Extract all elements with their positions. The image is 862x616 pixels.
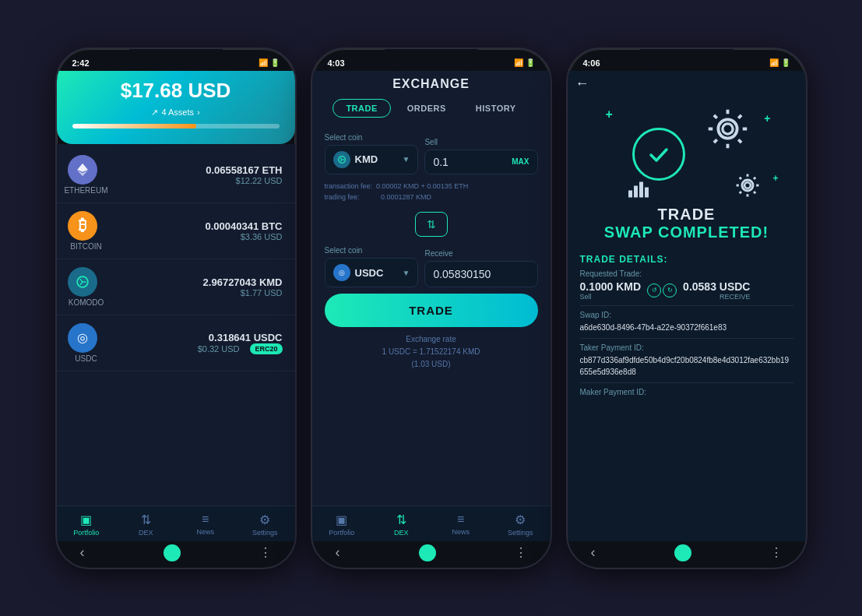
svg-marker-0 [77, 163, 88, 171]
select-coin-label: Select coin [325, 133, 419, 142]
trade-complete-screen: ← + [568, 71, 806, 568]
eth-crypto: 0.06558167 ETH [111, 164, 283, 176]
svg-point-5 [722, 123, 732, 133]
time-1: 2:42 [72, 58, 90, 68]
svg-rect-11 [645, 187, 649, 197]
nav-news-1[interactable]: ≡ News [190, 512, 221, 536]
exchange-title: EXCHANGE [328, 77, 535, 91]
news-icon: ≡ [202, 512, 209, 526]
select-coin-label-2: Select coin [325, 246, 419, 255]
assets-link[interactable]: ↗ 4 Assets › [72, 107, 280, 118]
btc-icon: ₿ [68, 211, 97, 241]
kmd-mini-icon [333, 151, 350, 168]
btc-amounts: 0.00040341 BTC $3.36 USD [111, 220, 283, 241]
status-icons-1: 📶 🔋 [259, 58, 280, 67]
phone-portfolio: 2:42 📶 🔋 $17.68 USD ↗ 4 Assets › [55, 48, 297, 569]
swap-id-value: a6de630d-8496-47b4-a22e-90372f661e83 [580, 322, 793, 333]
settings-icon: ⚙ [259, 512, 270, 527]
home-circle-3[interactable] [674, 544, 691, 561]
time-3: 4:06 [583, 58, 600, 68]
dex-icon: ⇅ [141, 512, 151, 527]
plus-icon-tr: + [764, 112, 770, 125]
back-arrow-3[interactable]: ← [575, 76, 589, 92]
nav-news-2[interactable]: ≡ News [445, 512, 477, 536]
kmd-crypto: 2.96727043 KMD [111, 276, 283, 288]
back-btn-2[interactable]: ‹ [336, 544, 340, 561]
portfolio-header: $17.68 USD ↗ 4 Assets › [57, 71, 295, 144]
nav-portfolio-2[interactable]: ▣ Portfolio [326, 512, 357, 537]
taker-payment-id: cb877d336af9dfde50b4d9cf20b0824fb8e4d301… [580, 354, 793, 378]
nav-settings-1[interactable]: ⚙ Settings [249, 512, 280, 537]
nav-portfolio-1[interactable]: ▣ Portfolio [71, 512, 102, 537]
trade-button[interactable]: TRADE [325, 294, 538, 327]
usdc-arrow: ▼ [403, 269, 410, 277]
btc-usd: $3.36 USD [111, 232, 283, 241]
list-item[interactable]: KOMODO 2.96727043 KMD $1.77 USD [57, 259, 295, 315]
portfolio-screen: $17.68 USD ↗ 4 Assets › ETH [57, 71, 295, 568]
home-circle-1[interactable] [164, 544, 181, 561]
usdc-crypto: 0.318641 USDC [111, 332, 283, 343]
kmd-icon [68, 267, 97, 297]
trade-complete-title: TRADE SWAP COMPLETED! [568, 206, 806, 248]
usdc-usd: $0.32 USD [198, 344, 240, 354]
sell-input: 0.1 MAX [424, 150, 537, 174]
status-icons-2: 📶 🔋 [514, 58, 535, 67]
trade-details: TRADE DETAILS: Requested Trade: 0.1000 K… [568, 248, 806, 533]
portfolio-amount: $17.68 USD [72, 79, 280, 103]
kmd-arrow: ▼ [403, 155, 410, 164]
portfolio-icon-2: ▣ [336, 512, 347, 527]
tab-history[interactable]: HISTORY [463, 99, 530, 118]
svg-rect-9 [634, 185, 638, 197]
top-bar-3: ← [568, 71, 806, 97]
receive-input: 0.05830150 [424, 261, 537, 287]
home-lines-1[interactable]: ⋮ [259, 545, 272, 560]
sell-sub-label: Sell [580, 293, 642, 301]
nav-dex-1[interactable]: ⇅ DEX [130, 512, 161, 537]
swap-direction-button[interactable]: ⇅ [415, 212, 448, 237]
svg-point-4 [718, 119, 737, 138]
sell-label: Sell [424, 138, 537, 146]
tab-trade[interactable]: TRADE [332, 99, 390, 118]
home-lines-3[interactable]: ⋮ [770, 545, 783, 560]
erc20-badge: ERC20 [250, 343, 282, 354]
swap-direction-center: ⇅ [325, 209, 538, 240]
portfolio-icon: ▣ [80, 512, 92, 527]
svg-point-7 [744, 182, 751, 188]
swap-completed: SWAP COMPLETED! [580, 224, 793, 241]
news-icon-2: ≡ [457, 512, 464, 526]
back-btn-1[interactable]: ‹ [80, 544, 85, 561]
requested-trade-label: Requested Trade: [580, 269, 793, 278]
list-item[interactable]: ◎ USDC 0.318641 USDC $0.32 USD ERC20 [57, 315, 295, 371]
time-2: 4:03 [328, 58, 345, 68]
status-icons-3: 📶 🔋 [769, 58, 790, 67]
tab-orders[interactable]: ORDERS [394, 99, 459, 118]
usdc-selector[interactable]: ◎ USDC ▼ [325, 258, 419, 287]
check-circle [632, 128, 685, 181]
home-circle-2[interactable] [419, 544, 436, 561]
receive-label: Receive [424, 249, 537, 258]
list-item[interactable]: ₿ BITCOIN 0.00040341 BTC $3.36 USD [57, 203, 295, 259]
nav-dex-2[interactable]: ⇅ DEX [385, 512, 417, 537]
eth-usd: $12.22 USD [111, 176, 283, 185]
portfolio-progress [72, 124, 280, 128]
max-button[interactable]: MAX [512, 157, 529, 166]
bottom-nav-1: ▣ Portfolio ⇅ DEX ≡ News ⚙ Settings [57, 505, 295, 541]
phones-container: 2:42 📶 🔋 $17.68 USD ↗ 4 Assets › [55, 48, 807, 569]
home-bar-1: ‹ ⋮ [57, 541, 295, 568]
phone-exchange: 4:03 📶 🔋 EXCHANGE TRADE ORDERS HISTORY S [311, 48, 552, 569]
trade-details-heading: TRADE DETAILS: [580, 254, 793, 265]
svg-rect-10 [639, 181, 643, 197]
trade-complete-graphic: + [568, 97, 806, 206]
nav-settings-2[interactable]: ⚙ Settings [505, 512, 536, 537]
eth-label: ETHEREUM [64, 186, 107, 195]
home-lines-2[interactable]: ⋮ [515, 545, 527, 560]
usdc-icon: ◎ [68, 323, 97, 353]
detail-divider-1 [580, 305, 793, 306]
back-btn-3[interactable]: ‹ [591, 544, 596, 561]
sell-row: Select coin KMD ▼ Sell 0.1 [325, 133, 538, 174]
list-item[interactable]: ETHEREUM 0.06558167 ETH $12.22 USD [57, 147, 295, 203]
btc-label: BITCOIN [70, 242, 102, 251]
gear-icon-small [735, 173, 760, 198]
kmd-selector[interactable]: KMD ▼ [325, 145, 419, 174]
phone-trade-complete: 4:06 📶 🔋 ← + [566, 48, 807, 569]
